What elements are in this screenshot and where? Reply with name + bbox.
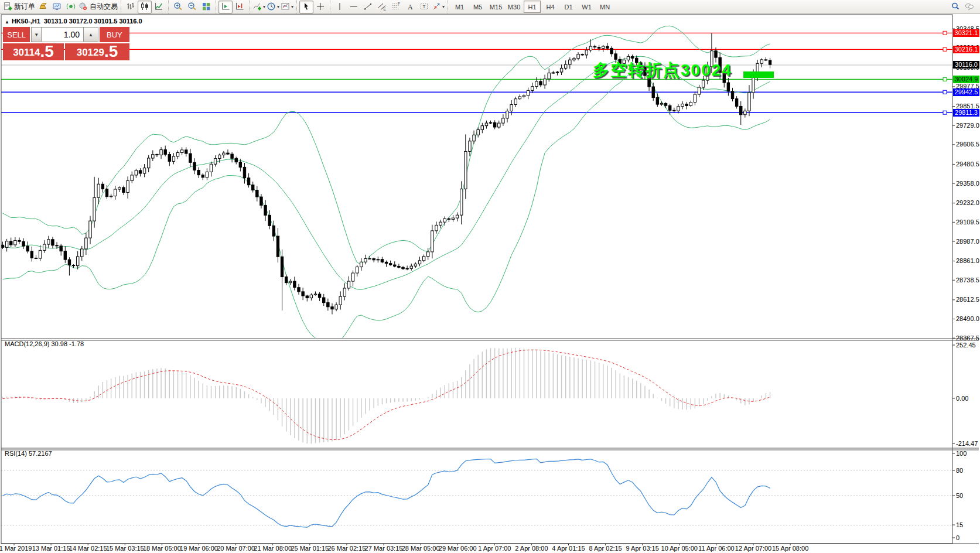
zoom-out-icon (187, 2, 197, 12)
time-axis-label: 12 Apr 07:00 (735, 545, 771, 552)
vline-icon (335, 2, 344, 12)
volume-decrease-button[interactable]: ▼ (31, 27, 42, 42)
toolbar: 新订单自动交易▾▾▾EFAT▾M1M5M15M30H1H4D1W1MN (0, 0, 980, 14)
toolbar-group (168, 0, 216, 13)
toolbar-linechart-button[interactable] (152, 1, 166, 13)
toolbar-shift-button[interactable] (233, 1, 247, 13)
timeframe-m5-button[interactable]: M5 (469, 1, 486, 13)
price-axis-tick: 29232.0 (956, 199, 979, 206)
toolbar-autoscroll-button[interactable] (218, 1, 233, 13)
toolbar-zoom-out-button[interactable] (185, 1, 199, 13)
fibo-icon: F (391, 2, 401, 12)
rsi-label: RSI(14) 57.2167 (5, 450, 52, 457)
chart-canvas[interactable] (0, 0, 980, 553)
price-level-badge[interactable]: 29942.5 (953, 88, 979, 96)
indicators-icon (252, 2, 262, 12)
rsi-axis-tick: 50 (956, 492, 963, 499)
svg-text:A: A (408, 2, 413, 11)
chevron-down-icon: ▾ (442, 4, 445, 9)
time-axis-label: 4 Apr 01:15 (552, 545, 585, 552)
chevron-down-icon: ▾ (291, 4, 293, 9)
toolbar-channel-button[interactable]: E (375, 1, 389, 13)
shapes-icon (432, 2, 441, 12)
toolbar-chat-button[interactable] (962, 1, 976, 13)
buy-price-frac: .5 (104, 43, 118, 60)
time-axis-label: 11 Apr 06:00 (698, 545, 735, 552)
timeframe-m15-button[interactable]: M15 (487, 1, 504, 13)
time-axis-label: 26 Mar 02:15 (327, 545, 366, 552)
price-axis-tick: 28987.0 (956, 238, 979, 245)
timeframe-mn-button[interactable]: MN (596, 1, 613, 13)
toolbar-cursor-button[interactable] (299, 1, 313, 13)
buy-button[interactable]: BUY (98, 27, 129, 42)
timeframe-w1-button[interactable]: W1 (578, 1, 595, 13)
rsi-axis-tick: 80 (956, 467, 963, 474)
toolbar-label-button[interactable]: T (417, 1, 431, 13)
chart-annotation-text: 多空转折点30024 (593, 59, 732, 81)
time-axis-label: 13 Mar 01:15 (32, 545, 70, 552)
price-axis-tick: 29109.5 (956, 219, 979, 226)
toolbar-autotrading-button[interactable]: 自动交易 (78, 1, 118, 13)
price-axis-tick: 29606.5 (956, 141, 979, 148)
time-axis-label: 11 Mar 2019 (0, 545, 32, 552)
toolbar-text-button[interactable]: A (403, 1, 417, 13)
timeframe-h4-button[interactable]: H4 (542, 1, 559, 13)
toolbar-tile-button[interactable] (199, 1, 213, 13)
rsi-axis-tick: 0 (956, 534, 959, 541)
toolbar-bars-button[interactable] (124, 1, 138, 13)
toolbar-indicators-button[interactable]: ▾ (252, 1, 266, 13)
linechart-icon (154, 2, 163, 12)
toolbar-fibo-button[interactable]: F (389, 1, 403, 13)
price-level-badge[interactable]: 30216.1 (953, 46, 979, 53)
toolbar-group: 新订单自动交易 (0, 0, 121, 13)
toolbar-templates-button[interactable]: ▾ (280, 1, 294, 13)
time-axis-label: 20 Mar 07:00 (217, 545, 255, 552)
timeframe-m30-button[interactable]: M30 (506, 1, 523, 13)
symbol-ohlc: 30131.0 30172.0 30101.5 30116.0 (44, 18, 142, 25)
toolbar-vline-button[interactable] (333, 1, 347, 13)
toolbar-search-button[interactable] (948, 1, 962, 13)
toolbar-new-order-button[interactable]: 新订单 (2, 1, 36, 13)
timeframe-m1-button[interactable]: M1 (451, 1, 468, 13)
time-axis-label: 21 Mar 08:00 (254, 545, 292, 552)
time-axis-label: 25 Mar 01:15 (291, 545, 329, 552)
crosshair-icon (316, 2, 325, 12)
autoscroll-icon (221, 2, 230, 12)
toolbar-hline-button[interactable] (347, 1, 361, 13)
cursor-icon (302, 2, 311, 12)
timeframe-d1-button[interactable]: D1 (560, 1, 577, 13)
toolbar-periods-button[interactable]: ▾ (266, 1, 280, 13)
price-level-badge[interactable]: 29811.3 (953, 109, 979, 117)
toolbar-group (216, 0, 249, 13)
price-level-badge[interactable]: 30024.9 (953, 76, 979, 83)
volume-input[interactable] (42, 27, 84, 42)
templates-icon (281, 2, 290, 12)
zoom-in-icon (173, 2, 183, 12)
chat-icon (965, 2, 974, 12)
price-axis-tick: 29729.0 (956, 122, 979, 129)
macd-label: MACD(12,26,9) 30.98 -1.78 (5, 340, 84, 347)
toolbar-signals-button[interactable] (64, 1, 78, 13)
sell-button[interactable]: SELL (3, 27, 31, 42)
price-level-badge[interactable]: 30321.1 (953, 29, 979, 37)
sell-price-button[interactable]: 30114.5 (3, 43, 64, 60)
buy-price-button[interactable]: 30129.5 (65, 43, 129, 60)
toolbar-crosshair-button[interactable] (313, 1, 327, 13)
toolbar-trendline-button[interactable] (361, 1, 375, 13)
toolbar-terminal-button[interactable] (50, 1, 64, 13)
price-axis-tick: 29480.5 (956, 161, 979, 168)
time-axis-label: 14 Mar 02:15 (69, 545, 107, 552)
time-axis-label: 18 Mar 05:00 (143, 545, 181, 552)
sell-price-main: 30114 (13, 46, 40, 60)
time-axis-label: 29 Mar 06:00 (439, 545, 477, 552)
timeframe-h1-button[interactable]: H1 (524, 1, 541, 13)
time-axis-label: 2 Apr 08:00 (515, 545, 548, 552)
toolbar-candles-button[interactable] (138, 1, 152, 13)
time-axis-label: 19 Mar 06:00 (180, 545, 218, 552)
toolbar-zoom-in-button[interactable] (171, 1, 185, 13)
toolbar-shapes-button[interactable]: ▾ (431, 1, 445, 13)
toolbar-ingot-button[interactable] (36, 1, 50, 13)
volume-increase-button[interactable]: ▲ (84, 27, 98, 42)
toolbar-button-label: 自动交易 (90, 2, 118, 12)
collapse-panel-icon[interactable]: ▲ (5, 19, 9, 25)
